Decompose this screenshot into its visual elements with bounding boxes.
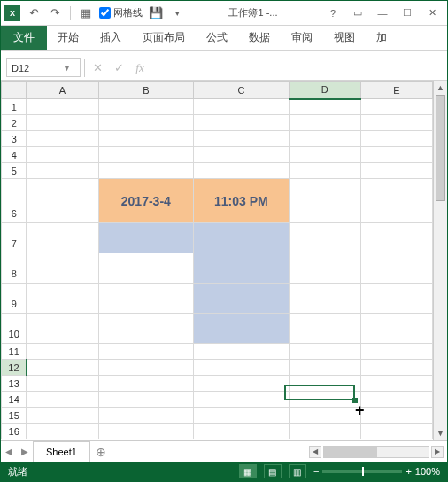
scroll-down-button[interactable]: ▼ (434, 426, 447, 440)
cell[interactable] (27, 115, 98, 131)
cell[interactable] (360, 424, 432, 439)
save-button[interactable]: 💾 (148, 5, 164, 21)
cell[interactable] (194, 344, 290, 360)
cell[interactable] (27, 408, 98, 424)
cell[interactable] (289, 99, 360, 115)
zoom-level[interactable]: 100% (415, 466, 440, 477)
cell[interactable] (194, 163, 290, 179)
enter-button[interactable]: ✓ (110, 59, 127, 77)
cell[interactable] (360, 115, 432, 131)
row-header-5[interactable]: 5 (2, 163, 27, 179)
cell[interactable] (289, 424, 360, 439)
help-button[interactable]: ? (321, 5, 344, 21)
qat-dropdown[interactable]: ▾ (169, 5, 185, 21)
cell[interactable] (360, 344, 432, 360)
row-header-13[interactable]: 13 (2, 376, 27, 392)
row-header-4[interactable]: 4 (2, 147, 27, 163)
row-header-14[interactable]: 14 (2, 392, 27, 408)
cell[interactable] (194, 392, 290, 408)
cell[interactable] (289, 147, 360, 163)
cell-C8[interactable] (194, 253, 290, 284)
cell[interactable] (27, 163, 98, 179)
cell[interactable] (98, 163, 194, 179)
cell-D12[interactable] (289, 360, 360, 376)
cell-B6[interactable]: 2017-3-4 (98, 179, 194, 223)
scroll-left-button[interactable]: ◀ (309, 446, 321, 458)
cell[interactable] (289, 392, 360, 408)
gridlines-checkbox[interactable] (99, 7, 111, 19)
scroll-right-button[interactable]: ▶ (431, 446, 444, 458)
cell[interactable] (27, 179, 98, 223)
cell[interactable] (27, 253, 98, 284)
cell[interactable] (289, 376, 360, 392)
cell[interactable] (360, 179, 432, 223)
cell[interactable] (27, 344, 98, 360)
tab-addins[interactable]: 加 (366, 26, 398, 50)
cell[interactable] (194, 99, 290, 115)
col-header-E[interactable]: E (360, 82, 432, 99)
add-sheet-button[interactable]: ⊕ (90, 445, 112, 459)
tab-formulas[interactable]: 公式 (196, 26, 238, 50)
cell-C7[interactable] (194, 223, 290, 253)
tab-insert[interactable]: 插入 (89, 26, 132, 50)
cell[interactable] (289, 408, 360, 424)
cell-grid[interactable]: A B C D E 1 2 3 4 5 62017-3-411:03 PM 7 … (1, 81, 433, 440)
gridlines-toggle[interactable]: 网格线 (99, 6, 143, 19)
cell[interactable] (98, 360, 194, 376)
cell[interactable] (360, 163, 432, 179)
cell[interactable] (98, 115, 194, 131)
cell[interactable] (289, 163, 360, 179)
cell[interactable] (360, 253, 432, 284)
cell[interactable] (194, 131, 290, 147)
cell[interactable] (98, 99, 194, 115)
cell[interactable] (194, 408, 290, 424)
cell[interactable] (289, 344, 360, 360)
view-normal-button[interactable]: ▦ (239, 464, 257, 478)
cell[interactable] (98, 131, 194, 147)
row-header-9[interactable]: 9 (2, 284, 27, 314)
row-header-2[interactable]: 2 (2, 115, 27, 131)
cell[interactable] (289, 314, 360, 344)
cell[interactable] (27, 147, 98, 163)
cell[interactable] (194, 115, 290, 131)
cell[interactable] (98, 147, 194, 163)
cell[interactable] (360, 408, 432, 424)
cell[interactable] (360, 314, 432, 344)
row-header-12[interactable]: 12 (2, 360, 27, 376)
fx-button[interactable]: fx (131, 59, 149, 77)
hscroll-track[interactable] (323, 446, 429, 458)
cell[interactable] (98, 314, 194, 344)
cell[interactable] (98, 344, 194, 360)
cell[interactable] (360, 392, 432, 408)
cell[interactable] (27, 424, 98, 439)
row-header-10[interactable]: 10 (2, 314, 27, 344)
cell[interactable] (360, 131, 432, 147)
row-header-11[interactable]: 11 (2, 344, 27, 360)
vertical-scrollbar[interactable]: ▲ ▼ (433, 81, 447, 440)
col-header-C[interactable]: C (194, 82, 290, 99)
row-header-6[interactable]: 6 (2, 179, 27, 223)
row-header-15[interactable]: 15 (2, 408, 27, 424)
cell[interactable] (98, 284, 194, 314)
cell-B7[interactable] (98, 223, 194, 253)
col-header-B[interactable]: B (98, 82, 194, 99)
row-header-7[interactable]: 7 (2, 223, 27, 253)
file-tab[interactable]: 文件 (1, 26, 47, 50)
cell[interactable] (27, 360, 98, 376)
cell[interactable] (194, 360, 290, 376)
sheet-tab-sheet1[interactable]: Sheet1 (33, 441, 90, 462)
close-button[interactable]: ✕ (421, 5, 444, 21)
cell-C9[interactable] (194, 284, 290, 314)
formula-input[interactable] (152, 59, 442, 77)
cell[interactable] (289, 115, 360, 131)
tab-nav-next[interactable]: ▶ (17, 447, 33, 456)
maximize-button[interactable]: ☐ (396, 5, 419, 21)
tab-review[interactable]: 审阅 (281, 26, 323, 50)
scroll-thumb[interactable] (436, 95, 445, 201)
cell[interactable] (360, 99, 432, 115)
name-box-dropdown-icon[interactable]: ▼ (63, 64, 75, 73)
cell[interactable] (98, 392, 194, 408)
cell[interactable] (27, 131, 98, 147)
view-pagebreak-button[interactable]: ▥ (289, 464, 306, 478)
cell[interactable] (289, 131, 360, 147)
